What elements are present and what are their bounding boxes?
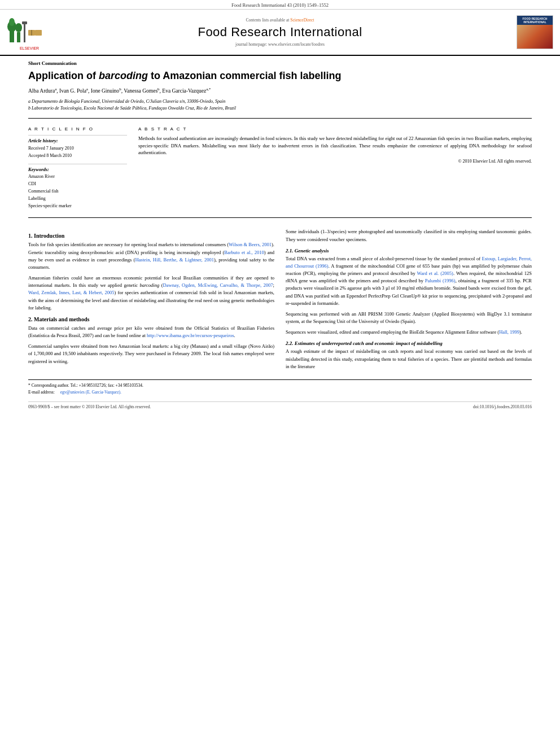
accepted-date: Accepted 8 March 2010 (28, 152, 127, 160)
copyright-notice: 0963-9969/$ – see front matter © 2010 El… (28, 404, 151, 409)
section1-p2: Amazonian fisheries could have an enormo… (28, 274, 274, 312)
ref-ward2[interactable]: Ward et al. (2005) (417, 270, 453, 276)
ref-hastein[interactable]: Hastein, Hill, Berthe, & Lightner, 2001 (135, 257, 214, 263)
svg-rect-0 (10, 31, 14, 42)
journal-logo-text: FOOD RESEARCH INTERNATIONAL (517, 16, 553, 25)
subsection2-title: 2.2. Estimates of underreported catch an… (286, 340, 532, 346)
email-value[interactable]: egv@uniovies (E. Garcia-Vazquez). (60, 389, 121, 396)
section1-title: 1. Introduction (28, 233, 274, 239)
ref-estoup[interactable]: Estoup, Largiader, Perrot, and Chourrout… (286, 256, 532, 269)
sciencedirect-line: Contents lists available at ScienceDirec… (58, 18, 502, 23)
article-history-block: Article history: Received 7 January 2010… (28, 135, 127, 160)
ref-palumbi[interactable]: Palumbi (1996) (425, 278, 456, 283)
footnote-email-line: E-mail address: egv@uniovies (E. Garcia-… (28, 389, 532, 396)
svg-rect-3 (17, 32, 20, 42)
keyword-3: Commercial fish (28, 188, 127, 195)
author-ardura: Alba Ardura (28, 89, 55, 94)
title-before: Application of (28, 70, 99, 81)
journal-citation: Food Research International 43 (2010) 15… (231, 2, 329, 8)
ref-hall[interactable]: Hall, 1999 (499, 329, 519, 335)
body-divider (28, 217, 532, 218)
journal-logo-image (517, 25, 553, 49)
elsevier-logo: ELSEVIER (7, 14, 52, 50)
elsevier-wordmark: ELSEVIER (7, 46, 52, 50)
elsevier-logo-svg (7, 14, 46, 45)
abstract-text: Methods for seafood authentication are i… (138, 135, 532, 156)
section2-p2: Commercial samples were obtained from tw… (28, 343, 274, 365)
subsection1-p3: Sequences were visualized, edited and co… (286, 329, 532, 336)
divider (28, 118, 532, 119)
body-left-column: 1. Introduction Tools for fish species i… (28, 228, 274, 374)
subsection1-p2: Sequencing was performed with an ABI PRI… (286, 311, 532, 325)
body-right-column: Some individuals (1–3/species) were phot… (286, 228, 532, 374)
journal-logo-right: FOOD RESEARCH INTERNATIONAL (508, 15, 553, 49)
journal-header: ELSEVIER Contents lists available at Sci… (0, 10, 560, 56)
ibama-url[interactable]: http://www.ibama.gov.br/recursos-pesquei… (147, 333, 234, 338)
bottom-bar: 0963-9969/$ – see front matter © 2010 El… (28, 401, 532, 412)
abstract-header: A B S T R A C T (138, 126, 532, 132)
ref-dawnay[interactable]: Dawnay, Ogden, McEwing, Carvalho, & Thor… (163, 282, 273, 288)
right-p1: Some individuals (1–3/species) were phot… (286, 228, 532, 243)
history-label: Article history: (28, 138, 127, 143)
ref-barbuto[interactable]: Barbuto et al., 2010 (224, 250, 264, 255)
email-label: E-mail address: (28, 389, 55, 396)
affiliations: a Departamento de Biología Funcional, Un… (28, 97, 532, 113)
journal-homepage: journal homepage: www.elsevier.com/locat… (58, 42, 502, 47)
svg-rect-5 (24, 23, 25, 42)
footnote-area: * Corresponding author. Tel.: +34 985102… (28, 379, 532, 398)
subsection1-title: 2.1. Genetic analysis (286, 248, 532, 254)
main-content: Short Communication Application of barco… (0, 56, 560, 412)
contents-available-text: Contents lists available at (246, 18, 290, 23)
abstract-column: A B S T R A C T Methods for seafood auth… (138, 126, 532, 210)
body-section: 1. Introduction Tools for fish species i… (28, 222, 532, 374)
title-italic: barcoding (99, 70, 148, 81)
svg-rect-6 (22, 21, 27, 24)
footnote-corresponding: * Corresponding author. Tel.: +34 985102… (28, 382, 532, 389)
keyword-4: Labelling (28, 195, 127, 203)
article-type: Short Communication (28, 56, 532, 67)
affiliation-b: b Laboratorio de Toxicologia, Escola Nac… (28, 105, 532, 112)
journal-title: Food Research International (58, 25, 502, 40)
subsection2-p1: A rough estimate of the impact of mislab… (286, 348, 532, 370)
keyword-2: CDI (28, 181, 127, 188)
subsection1-p1: Total DNA was extracted from a small pie… (286, 255, 532, 307)
homepage-label: journal homepage: (235, 42, 267, 47)
sciencedirect-link: ScienceDirect (290, 18, 314, 23)
affiliation-a: a Departamento de Biología Funcional, Un… (28, 98, 532, 105)
authors-line: Alba Arduraa, Ivan G. Polaa, Ione Ginuin… (28, 86, 532, 96)
article-info-header: A R T I C L E I N F O (28, 126, 127, 132)
copyright: © 2010 Elsevier Ltd. All rights reserved… (138, 159, 532, 164)
section2-p1: Data on commercial catches and average p… (28, 325, 274, 339)
svg-point-4 (15, 23, 22, 32)
keywords-block: Keywords: Amazon River CDI Commercial fi… (28, 164, 127, 209)
keyword-1: Amazon River (28, 173, 127, 181)
article-info-column: A R T I C L E I N F O Article history: R… (28, 126, 127, 210)
article-title: Application of barcoding to Amazonian co… (28, 67, 532, 86)
keyword-5: Species-specific marker (28, 203, 127, 210)
svg-rect-9 (35, 30, 42, 36)
section1-p1: Tools for fish species identification ar… (28, 241, 274, 271)
journal-center: Contents lists available at ScienceDirec… (52, 18, 508, 47)
section2-title: 2. Materials and methods (28, 316, 274, 322)
info-abstract-section: A R T I C L E I N F O Article history: R… (28, 123, 532, 213)
ref-ward[interactable]: Ward, Zemlak, Innes, Last, & Hebert, 200… (28, 290, 115, 295)
title-after: to Amazonian commercial fish labelling (148, 70, 341, 81)
journal-citation-bar: Food Research International 43 (2010) 15… (0, 0, 560, 10)
homepage-url: www.elsevier.com/locate/foodres (268, 42, 325, 47)
ref-wilson-beers[interactable]: Wilson & Beers, 2001 (229, 242, 272, 247)
doi: doi:10.1016/j.foodres.2010.03.016 (473, 404, 532, 409)
received-date: Received 7 January 2010 (28, 145, 127, 152)
keywords-label: Keywords: (28, 167, 127, 172)
footnote-corresponding-text: * Corresponding author. Tel.: +34 985102… (28, 382, 143, 389)
journal-logo-box: FOOD RESEARCH INTERNATIONAL (517, 15, 553, 49)
svg-point-2 (9, 18, 15, 26)
